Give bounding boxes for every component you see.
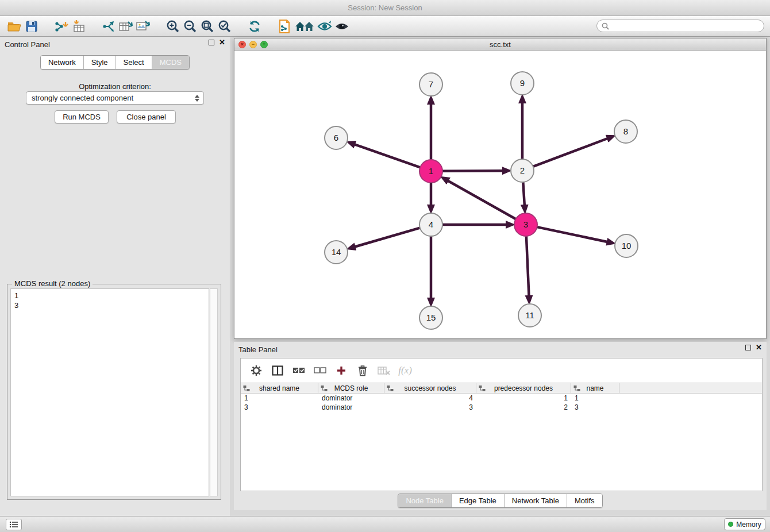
- graph-edge-3-11[interactable]: [526, 236, 529, 296]
- graph-node-4[interactable]: 4: [419, 213, 442, 236]
- function-builder-icon[interactable]: f(x): [395, 361, 415, 380]
- add-row-icon[interactable]: [332, 361, 351, 380]
- export-image-icon[interactable]: [134, 18, 152, 34]
- task-history-button[interactable]: [6, 519, 22, 530]
- mcds-result-title: MCDS result (2 nodes): [12, 279, 93, 288]
- home-icon[interactable]: [293, 18, 316, 34]
- float-table-panel-icon[interactable]: [745, 345, 751, 350]
- table-cell[interactable]: 3: [384, 403, 476, 412]
- settings-gear-icon[interactable]: [247, 361, 266, 380]
- style-icon[interactable]: [316, 18, 333, 34]
- graph-edge-1-2[interactable]: [442, 171, 503, 171]
- graph-node-10[interactable]: 10: [615, 234, 638, 257]
- tab-select[interactable]: Select: [116, 56, 152, 69]
- graph-edge-1-6[interactable]: [355, 144, 420, 167]
- graph-edge-4-14[interactable]: [355, 228, 420, 247]
- table-cell[interactable]: 1: [571, 394, 619, 403]
- table-cell[interactable]: 3: [241, 403, 318, 412]
- refresh-layout-icon[interactable]: [246, 18, 263, 34]
- column-header-successor-nodes[interactable]: successor nodes: [384, 383, 476, 393]
- column-tree-icon: [479, 385, 486, 392]
- table-cell[interactable]: dominator: [318, 403, 384, 412]
- search-field[interactable]: [596, 20, 764, 32]
- column-header-name[interactable]: name: [571, 383, 619, 393]
- column-header-shared-name[interactable]: shared name: [241, 383, 318, 393]
- column-header-MCDS-role[interactable]: MCDS role: [318, 383, 384, 393]
- new-network-icon[interactable]: [100, 18, 117, 34]
- column-header-label: MCDS role: [334, 384, 368, 392]
- table-cell[interactable]: 2: [476, 403, 571, 412]
- svg-text:15: 15: [426, 313, 436, 322]
- tab-mcds[interactable]: MCDS: [152, 56, 189, 69]
- graph-node-11[interactable]: 11: [518, 304, 541, 327]
- close-window-icon[interactable]: ×: [238, 41, 246, 48]
- import-table-icon[interactable]: [70, 18, 87, 34]
- svg-text:3: 3: [523, 219, 528, 229]
- graph-node-7[interactable]: 7: [419, 73, 442, 96]
- graph-node-3[interactable]: 3: [514, 213, 537, 236]
- network-view-window: × − + scc.txt 7968124314101511: [234, 38, 767, 339]
- table-cell[interactable]: dominator: [318, 394, 384, 403]
- column-tree-icon: [321, 385, 328, 392]
- save-session-icon[interactable]: [23, 18, 40, 34]
- zoom-window-icon[interactable]: +: [260, 41, 268, 48]
- graph-node-6[interactable]: 6: [325, 126, 348, 149]
- delete-row-icon[interactable]: [353, 361, 372, 380]
- close-table-panel-icon[interactable]: ✕: [756, 345, 762, 350]
- graph-edge-2-8[interactable]: [533, 138, 607, 167]
- list-icon: [9, 521, 18, 528]
- svg-text:7: 7: [429, 79, 433, 89]
- mcds-result-list[interactable]: 13: [10, 288, 209, 496]
- zoom-fit-icon[interactable]: [199, 18, 216, 34]
- tab-network-table[interactable]: Network Table: [504, 494, 567, 507]
- open-browser-icon[interactable]: [276, 18, 293, 34]
- graph-edge-3-1[interactable]: [448, 181, 516, 219]
- table-row[interactable]: 3dominator323: [241, 403, 762, 412]
- minimize-window-icon[interactable]: −: [249, 41, 257, 48]
- new-network-table-icon[interactable]: [117, 18, 134, 34]
- close-panel-icon[interactable]: ✕: [219, 40, 225, 45]
- table-cell[interactable]: 1: [241, 394, 318, 403]
- search-input[interactable]: [612, 22, 759, 30]
- close-panel-button[interactable]: Close panel: [117, 110, 176, 124]
- network-window-title: scc.txt: [490, 40, 511, 49]
- zoom-out-icon[interactable]: [182, 18, 199, 34]
- table-cell[interactable]: 1: [476, 394, 571, 403]
- search-icon: [602, 22, 609, 30]
- table-cell[interactable]: 4: [384, 394, 476, 403]
- zoom-selected-icon[interactable]: [216, 18, 233, 34]
- float-panel-icon[interactable]: [209, 40, 214, 45]
- column-header-predecessor-nodes[interactable]: predecessor nodes: [476, 383, 571, 393]
- result-scrollbar[interactable]: [210, 288, 218, 496]
- import-network-icon[interactable]: [53, 18, 70, 34]
- tab-motifs[interactable]: Motifs: [567, 494, 602, 507]
- network-canvas[interactable]: 7968124314101511: [234, 51, 766, 338]
- table-row[interactable]: 1dominator411: [241, 394, 762, 403]
- deselect-all-icon[interactable]: [310, 361, 330, 380]
- select-all-icon[interactable]: [289, 361, 309, 380]
- tab-network[interactable]: Network: [41, 56, 83, 69]
- graph-node-9[interactable]: 9: [511, 72, 534, 95]
- network-graph[interactable]: 7968124314101511: [234, 51, 766, 338]
- run-mcds-button[interactable]: Run MCDS: [55, 110, 109, 124]
- table-tabs: Node TableEdge TableNetwork TableMotifs: [398, 494, 602, 508]
- graph-edge-3-10[interactable]: [537, 227, 607, 242]
- table-body: 1dominator4113dominator323: [241, 394, 762, 412]
- table-cell[interactable]: 3: [571, 403, 619, 412]
- tab-style[interactable]: Style: [83, 56, 116, 69]
- tab-node-table[interactable]: Node Table: [398, 494, 451, 507]
- delete-table-icon[interactable]: [374, 361, 394, 380]
- graph-edge-2-3[interactable]: [523, 182, 525, 205]
- graph-node-2[interactable]: 2: [511, 159, 534, 182]
- optimization-criterion-dropdown[interactable]: strongly connected component: [26, 91, 204, 105]
- open-session-icon[interactable]: [6, 18, 23, 34]
- eye-icon[interactable]: [333, 18, 351, 34]
- graph-node-8[interactable]: 8: [614, 120, 637, 143]
- tab-edge-table[interactable]: Edge Table: [451, 494, 504, 507]
- zoom-in-icon[interactable]: [164, 18, 182, 34]
- graph-node-14[interactable]: 14: [325, 241, 348, 264]
- graph-node-15[interactable]: 15: [419, 306, 442, 329]
- column-layout-icon[interactable]: [268, 361, 287, 380]
- graph-node-1[interactable]: 1: [419, 160, 442, 183]
- memory-button[interactable]: Memory: [724, 518, 765, 530]
